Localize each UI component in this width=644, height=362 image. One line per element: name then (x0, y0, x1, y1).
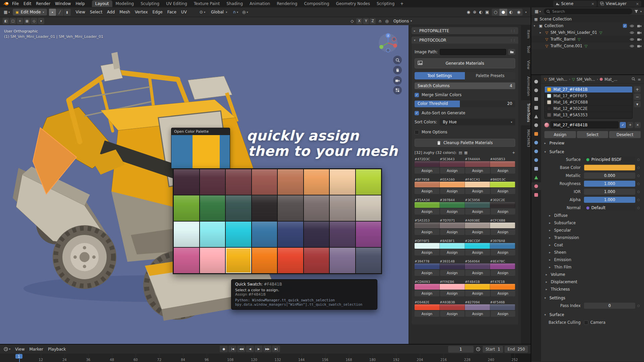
properties-tab-material[interactable] (531, 182, 541, 190)
assign-button-7a444a[interactable]: Assign (465, 168, 490, 174)
properties-tab-modifiers[interactable] (531, 139, 541, 146)
palette-swatch-a05b53[interactable] (252, 169, 277, 195)
mode-dropdown[interactable]: ▣ Edit Mode ▾ (13, 9, 47, 15)
mirror-axis-z-button[interactable]: Z (370, 18, 376, 24)
subpanel-sheen[interactable]: ▸Sheen (544, 249, 641, 256)
palette-image-preview[interactable] (171, 135, 230, 168)
sort-colors-dropdown[interactable]: By Hue ▾ (440, 119, 515, 125)
assign-button-8e478c[interactable]: Assign (491, 270, 516, 276)
wireframe-shading-button[interactable]: ○ (492, 9, 499, 16)
protopalette-panel-header[interactable]: ▸ PROTOPALETTE ⋮⋮ (412, 27, 518, 34)
viewport-menu-uv[interactable]: UV (179, 9, 189, 15)
decorator-dot[interactable] (637, 175, 640, 177)
camera-visibility-icon[interactable] (637, 24, 642, 28)
hide-eye-icon[interactable] (630, 31, 634, 35)
list-view-icon[interactable]: ▤ (459, 150, 462, 155)
transform-orientation-dropdown[interactable]: Global ▾ (208, 9, 230, 15)
solid-shading-button[interactable]: ● (499, 9, 507, 16)
material-preview-shading-button[interactable]: ◐ (507, 9, 515, 16)
assign-button-8aebf1[interactable]: Assign (440, 249, 465, 255)
properties-tab-texture[interactable] (531, 191, 541, 199)
viewlayer-unlink-icon[interactable]: × (636, 2, 639, 6)
jump-to-end-button[interactable]: ▶| (272, 346, 280, 352)
assign-button-cfc6b8[interactable]: Assign (491, 229, 516, 235)
xray-toggle-icon[interactable]: ▣ (485, 10, 489, 14)
assign-button-3c5956[interactable]: Assign (465, 208, 490, 215)
properties-tab-data[interactable] (531, 174, 541, 181)
npanel-tab-tool[interactable]: Tool (521, 43, 531, 56)
assign-button-a0938e[interactable]: Assign (465, 229, 490, 235)
frame-ruler[interactable]: 1 12243648607284961081201321441561681801… (0, 354, 531, 362)
workspace-tab-sculpting[interactable]: Sculpting (137, 0, 163, 7)
properties-tab-view-layer[interactable] (531, 104, 541, 112)
color-chip-827094[interactable] (465, 304, 490, 310)
surface-dropdown[interactable]: Principled BSDF (584, 157, 635, 163)
workspace-tab-texture-paint[interactable]: Texture Paint (191, 0, 223, 7)
palette-swatch-472d3c[interactable] (174, 169, 199, 195)
assign-button-7d7071[interactable]: Assign (440, 229, 465, 235)
timeline-menu-marker[interactable]: Marker (27, 346, 46, 352)
assign-button-a93b3b[interactable]: Assign (440, 311, 465, 317)
color-chip-302c2e[interactable] (490, 202, 515, 208)
color-chip-28ccdf[interactable] (465, 243, 490, 249)
camera-view-icon[interactable] (393, 76, 402, 85)
cleanup-palette-materials-button[interactable]: Cleanup Palette Materials (415, 139, 515, 147)
palette-swatch-ffaeb6[interactable] (200, 248, 225, 273)
previous-keyframe-button[interactable]: ◀◀ (237, 346, 245, 352)
remove-material-slot-button[interactable]: − (634, 94, 641, 100)
pin-icon[interactable]: ≡ (638, 77, 641, 82)
blender-logo-icon[interactable] (3, 1, 9, 6)
color-chip-f47e1b[interactable] (490, 284, 515, 290)
properties-tab-render[interactable] (531, 86, 541, 94)
timeline-editor-dropdown[interactable]: ▾ (3, 346, 11, 352)
palette-swatch-cd6093[interactable] (174, 248, 199, 273)
properties-tab-constraints[interactable] (531, 165, 541, 173)
palette-swatch-397b44[interactable] (200, 195, 225, 221)
assign-button-302c2e[interactable]: Assign (491, 208, 516, 215)
more-options-checkbox[interactable] (415, 130, 419, 134)
properties-tab-object[interactable] (531, 130, 541, 138)
workspace-tab-compositing[interactable]: Compositing (301, 0, 332, 7)
palette-swatch-4f546b[interactable] (356, 248, 381, 273)
assign-button-b6d53c[interactable]: Assign (491, 188, 516, 194)
assign-button-f47e1b[interactable]: Assign (491, 290, 516, 296)
color-chip-ffaeb6[interactable] (440, 284, 465, 290)
options-dropdown[interactable]: Options ▾ (391, 18, 414, 24)
alpha-slider[interactable]: 1.000 (584, 197, 635, 203)
transform-pivot-icon[interactable]: ⊙▾ (199, 9, 206, 15)
color-chip-4f546b[interactable] (490, 304, 515, 310)
add-swatch-icon[interactable]: + (512, 150, 515, 155)
assign-button-f4cca1[interactable]: Assign (465, 188, 490, 194)
scene-unlink-icon[interactable]: × (591, 2, 594, 6)
decorator-dot[interactable] (637, 183, 640, 185)
pan-hand-icon[interactable] (393, 66, 402, 74)
palette-swatch-71aa34[interactable] (174, 195, 199, 221)
subpanel-specular[interactable]: ▸Specular (544, 227, 641, 234)
assign-button-bf7958[interactable]: Assign (415, 188, 439, 194)
palette-swatch-3c5956[interactable] (226, 195, 251, 221)
jump-to-start-button[interactable]: |◀ (228, 346, 236, 352)
rendered-shading-button[interactable]: ◉ (515, 9, 523, 16)
palette-swatch-3978a8[interactable] (252, 222, 277, 247)
breadcrumb-mesh[interactable]: SM_Veh... (577, 77, 595, 82)
panel-displacement[interactable]: ▸Displacement (544, 278, 641, 286)
viewport-menu-mesh[interactable]: Mesh (117, 9, 132, 15)
snap-icon[interactable]: ∩ (377, 18, 382, 24)
protocolor-panel-header[interactable]: ▾ PROTOCOLOR ⋮⋮ (412, 37, 518, 44)
palette-swatch-f4b41b[interactable] (226, 248, 251, 273)
color-chip-71aa34[interactable] (415, 202, 440, 208)
editor-type-dropdown[interactable]: ▦▾ (3, 9, 11, 15)
palette-swatch-394778[interactable] (278, 222, 303, 247)
assign-button-71aa34[interactable]: Assign (415, 208, 439, 215)
npanel-tab-animation[interactable]: Animation (521, 73, 531, 99)
breadcrumb-object[interactable]: SM_Veh... (549, 77, 567, 82)
proportional-icon[interactable]: ◎ (384, 18, 389, 24)
assign-button-dff6f5[interactable]: Assign (415, 249, 439, 255)
outliner-row-collection[interactable]: ▾ ▣ Collection ✓ (531, 22, 644, 29)
collection-checkbox[interactable]: ✓ (623, 24, 627, 28)
color-chip-cd6093[interactable] (415, 284, 440, 290)
cursor-tool-icon[interactable]: + (17, 18, 23, 24)
generate-materials-button[interactable]: Generate Materials (415, 58, 515, 68)
assign-button-397b44[interactable]: Assign (440, 208, 465, 215)
color-chip-a93b3b[interactable] (440, 304, 465, 310)
